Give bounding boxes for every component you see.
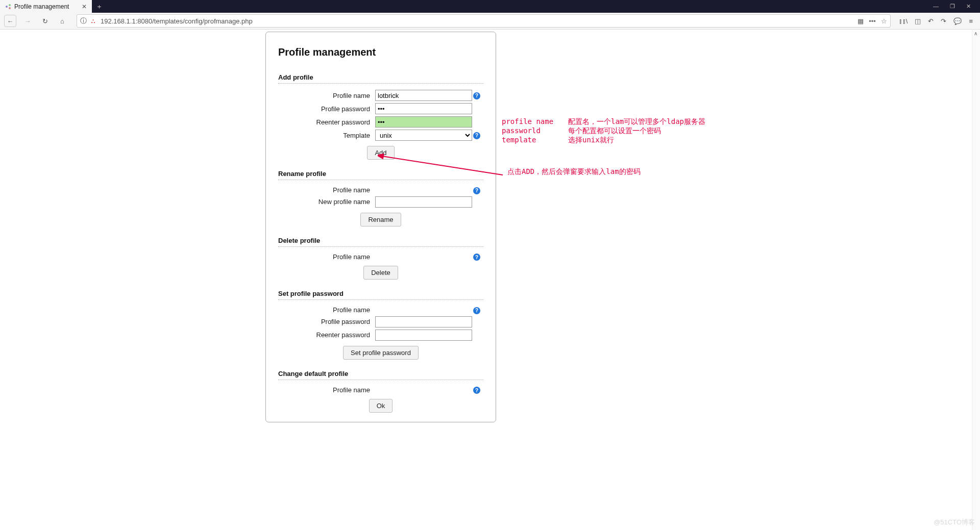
add-profile-password-label: Profile password — [278, 105, 375, 113]
setpw-profile-name-label: Profile name — [278, 306, 375, 314]
ok-button[interactable]: Ok — [369, 399, 393, 413]
set-password-button[interactable]: Set profile password — [343, 346, 419, 360]
new-tab-button[interactable]: ＋ — [92, 0, 106, 13]
minimize-icon[interactable]: — — [933, 3, 939, 10]
tab-title: Profile management — [14, 3, 69, 10]
sidebar-icon[interactable]: ◫ — [915, 17, 921, 25]
browser-tab[interactable]: Profile management ✕ — [0, 0, 92, 13]
rename-legend: Rename profile — [278, 170, 483, 180]
setpw-password-label: Profile password — [278, 318, 375, 325]
url-input[interactable] — [100, 17, 854, 25]
help-icon[interactable]: ? — [473, 132, 480, 139]
viewport: ∧ Profile management Add profile Profile… — [0, 30, 980, 530]
add-profile-name-input[interactable] — [375, 90, 472, 101]
reload-button[interactable]: ↻ — [39, 15, 51, 27]
library-icon[interactable]: ⫿⫿\ — [899, 17, 908, 25]
add-profile-name-label: Profile name — [278, 92, 375, 99]
setpw-reenter-label: Reenter password — [278, 331, 375, 339]
add-profile-legend: Add profile — [278, 73, 483, 84]
help-icon[interactable]: ? — [473, 187, 480, 194]
back-button[interactable]: ← — [4, 15, 16, 27]
svg-point-1 — [9, 4, 11, 6]
svg-point-2 — [9, 7, 11, 9]
delete-button[interactable]: Delete — [363, 266, 398, 280]
help-icon[interactable]: ? — [473, 254, 480, 261]
annotation-arrow-text: 点击ADD，然后会弹窗要求输入lam的密码 — [507, 167, 641, 176]
help-icon[interactable]: ? — [473, 307, 480, 314]
qr-icon[interactable]: ▩ — [857, 17, 864, 25]
set-password-section: Set profile password Profile name ? Prof… — [278, 290, 483, 360]
annotation-table: profile name配置名，一个lam可以管理多个ldap服务器 passw… — [502, 101, 705, 161]
add-button[interactable]: Add — [367, 146, 394, 160]
tab-close-icon[interactable]: ✕ — [82, 3, 87, 10]
profile-management-panel: Profile management Add profile Profile n… — [265, 32, 496, 422]
help-icon[interactable]: ? — [473, 92, 480, 99]
more-icon[interactable]: ••• — [869, 17, 876, 25]
tab-favicon — [5, 4, 11, 10]
default-profile-section: Change default profile Profile name ? Ok — [278, 370, 483, 413]
watermark: @51CTO博客 — [934, 518, 975, 527]
setpw-legend: Set profile password — [278, 290, 483, 300]
setpw-reenter-input[interactable] — [375, 330, 472, 341]
window-controls: — ❐ ✕ — [933, 3, 980, 10]
insecure-icon: ⛬ — [90, 17, 96, 25]
address-bar[interactable]: ⓘ ⛬ ▩ ••• ☆ — [77, 14, 891, 28]
rename-new-name-label: New profile name — [278, 198, 375, 206]
undo-icon[interactable]: ↶ — [928, 17, 934, 25]
chat-icon[interactable]: 💬 — [953, 17, 962, 25]
default-profile-name-label: Profile name — [278, 386, 375, 394]
maximize-icon[interactable]: ❐ — [950, 3, 955, 10]
rename-profile-name-label: Profile name — [278, 186, 375, 194]
rename-new-name-input[interactable] — [375, 196, 472, 208]
rename-profile-section: Rename profile Profile name ? New profil… — [278, 170, 483, 226]
info-icon[interactable]: ⓘ — [80, 16, 87, 26]
add-profile-password-input[interactable] — [375, 103, 472, 114]
titlebar: Profile management ✕ ＋ — ❐ ✕ — [0, 0, 980, 13]
delete-profile-name-label: Profile name — [278, 253, 375, 261]
delete-legend: Delete profile — [278, 237, 483, 247]
menu-icon[interactable]: ≡ — [969, 17, 973, 25]
add-reenter-password-input[interactable] — [375, 116, 472, 128]
home-button[interactable]: ⌂ — [56, 15, 68, 27]
navbar: ← → ↻ ⌂ ⓘ ⛬ ▩ ••• ☆ ⫿⫿\ ◫ ↶ ↷ 💬 ≡ — [0, 13, 980, 30]
scrollbar[interactable]: ∧ — [972, 30, 980, 530]
bookmark-icon[interactable]: ☆ — [881, 17, 887, 25]
tabs-row: Profile management ✕ ＋ — [0, 0, 106, 13]
page-title: Profile management — [278, 46, 483, 58]
add-profile-section: Add profile Profile name ? Profile passw… — [278, 73, 483, 160]
svg-point-0 — [6, 6, 8, 8]
add-template-select[interactable]: unix — [375, 130, 472, 141]
rename-button[interactable]: Rename — [360, 213, 401, 226]
add-reenter-password-label: Reenter password — [278, 118, 375, 126]
close-window-icon[interactable]: ✕ — [966, 3, 971, 10]
setpw-password-input[interactable] — [375, 316, 472, 327]
redo-icon[interactable]: ↷ — [941, 17, 946, 25]
default-legend: Change default profile — [278, 370, 483, 380]
add-template-label: Template — [278, 132, 375, 139]
forward-button: → — [21, 15, 34, 27]
help-icon[interactable]: ? — [473, 387, 480, 394]
delete-profile-section: Delete profile Profile name ? Delete — [278, 237, 483, 280]
